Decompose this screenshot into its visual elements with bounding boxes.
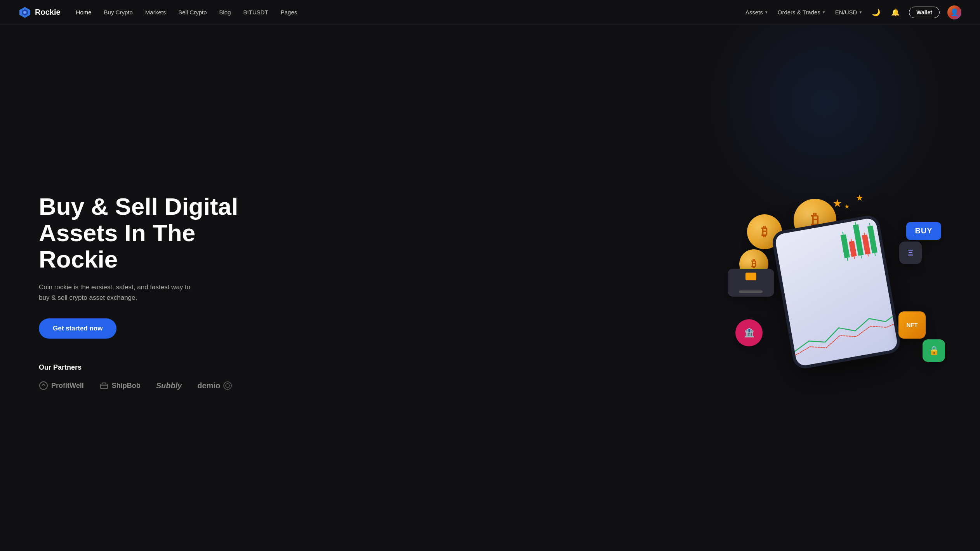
brand-name: Rockie xyxy=(35,8,61,17)
notification-bell[interactable]: 🔔 xyxy=(890,7,901,18)
chart-candlesticks xyxy=(839,222,877,258)
nav-item-blog[interactable]: Blog xyxy=(219,9,231,16)
ethereum-icon: Ξ xyxy=(908,248,913,258)
nav-links: Home Buy Crypto Markets Sell Crypto Blog… xyxy=(76,9,297,16)
partner-subbly: Subbly xyxy=(156,381,182,390)
nav-link-home[interactable]: Home xyxy=(76,9,92,16)
candle-up-1 xyxy=(841,234,850,258)
get-started-button[interactable]: Get started now xyxy=(39,318,116,339)
hero-content: Buy & Sell Digital Assets In The Rockie … xyxy=(39,193,272,391)
hero-section: Buy & Sell Digital Assets In The Rockie … xyxy=(0,25,980,551)
hero-description: Coin rockie is the easiest, safest, and … xyxy=(39,282,202,303)
partners-logos: ProfitWell ShipBob Subbly de xyxy=(39,381,272,390)
nav-item-home[interactable]: Home xyxy=(76,9,92,16)
card-number-line xyxy=(739,290,763,293)
nav-link-buy-crypto[interactable]: Buy Crypto xyxy=(104,9,133,16)
shipbob-icon xyxy=(99,381,109,390)
partners-section: Our Partners ProfitWell ShipBob xyxy=(39,363,272,390)
avatar-image: 👤 xyxy=(950,8,959,17)
partner-profitwell: ProfitWell xyxy=(39,381,84,390)
demio-icon xyxy=(223,381,232,390)
bank-badge: 🏦 xyxy=(735,319,763,346)
star-icon-1: ★ xyxy=(832,197,842,210)
card-badge xyxy=(728,269,774,297)
chevron-down-icon: ▼ xyxy=(858,10,862,14)
nav-right: Assets ▼ Orders & Trades ▼ EN/USD ▼ 🌙 xyxy=(745,5,961,19)
svg-rect-4 xyxy=(101,384,108,389)
wallet-button[interactable]: Wallet xyxy=(909,7,940,18)
bell-icon: 🔔 xyxy=(891,8,900,17)
nav-link-markets[interactable]: Markets xyxy=(145,9,166,16)
nav-item-bitusdt[interactable]: BITUSDT xyxy=(243,9,268,16)
chart-line-svg xyxy=(789,303,897,359)
ethereum-badge: Ξ xyxy=(899,242,922,264)
card-chip xyxy=(745,273,756,280)
navbar: Rockie Home Buy Crypto Markets Sell Cryp… xyxy=(0,0,980,25)
moon-icon: 🌙 xyxy=(872,8,880,17)
avatar[interactable]: 👤 xyxy=(947,5,961,19)
nav-link-language[interactable]: EN/USD ▼ xyxy=(835,9,863,16)
nft-badge: NFT xyxy=(898,311,926,339)
nav-item-sell-crypto[interactable]: Sell Crypto xyxy=(178,9,207,16)
bank-icon: 🏦 xyxy=(744,328,754,338)
hero-illustration: ★ ★ ★ ₿ ₿ ₿ xyxy=(724,191,949,393)
subbly-text: Subbly xyxy=(156,381,182,390)
chevron-down-icon: ▼ xyxy=(822,10,826,14)
nav-link-sell-crypto[interactable]: Sell Crypto xyxy=(178,9,207,16)
phone-screen xyxy=(774,217,898,367)
partners-label: Our Partners xyxy=(39,363,272,372)
hero-title: Buy & Sell Digital Assets In The Rockie xyxy=(39,193,272,273)
nav-link-blog[interactable]: Blog xyxy=(219,9,231,16)
svg-point-3 xyxy=(40,382,47,389)
nav-left: Rockie Home Buy Crypto Markets Sell Cryp… xyxy=(19,6,297,19)
nav-link-assets[interactable]: Assets ▼ xyxy=(745,9,768,16)
nav-item-pages[interactable]: Pages xyxy=(281,9,297,16)
svg-point-6 xyxy=(226,384,229,388)
nav-link-orders-trades[interactable]: Orders & Trades ▼ xyxy=(778,9,826,16)
nav-orders-trades[interactable]: Orders & Trades ▼ xyxy=(778,9,826,16)
star-icon-2: ★ xyxy=(856,193,864,203)
nav-item-markets[interactable]: Markets xyxy=(145,9,166,16)
lock-icon: 🔒 xyxy=(929,346,939,356)
profitwell-icon xyxy=(39,381,48,390)
nav-language[interactable]: EN/USD ▼ xyxy=(835,9,863,16)
dark-mode-toggle[interactable]: 🌙 xyxy=(870,7,882,18)
nav-link-pages[interactable]: Pages xyxy=(281,9,297,16)
candle-down-1 xyxy=(849,241,857,257)
star-icon-3: ★ xyxy=(844,203,850,210)
lock-badge: 🔒 xyxy=(923,339,945,362)
nav-item-buy-crypto[interactable]: Buy Crypto xyxy=(104,9,133,16)
phone-device xyxy=(771,214,902,370)
partner-shipbob: ShipBob xyxy=(99,381,141,390)
nav-link-bitusdt[interactable]: BITUSDT xyxy=(243,9,268,16)
nav-assets[interactable]: Assets ▼ xyxy=(745,9,768,16)
logo[interactable]: Rockie xyxy=(19,6,61,19)
chevron-down-icon: ▼ xyxy=(765,10,768,14)
logo-icon xyxy=(19,6,31,19)
buy-badge: BUY xyxy=(906,222,941,240)
svg-point-5 xyxy=(224,382,231,389)
nav-right-links: Assets ▼ Orders & Trades ▼ EN/USD ▼ xyxy=(745,9,862,16)
partner-demio: demio xyxy=(197,381,232,390)
